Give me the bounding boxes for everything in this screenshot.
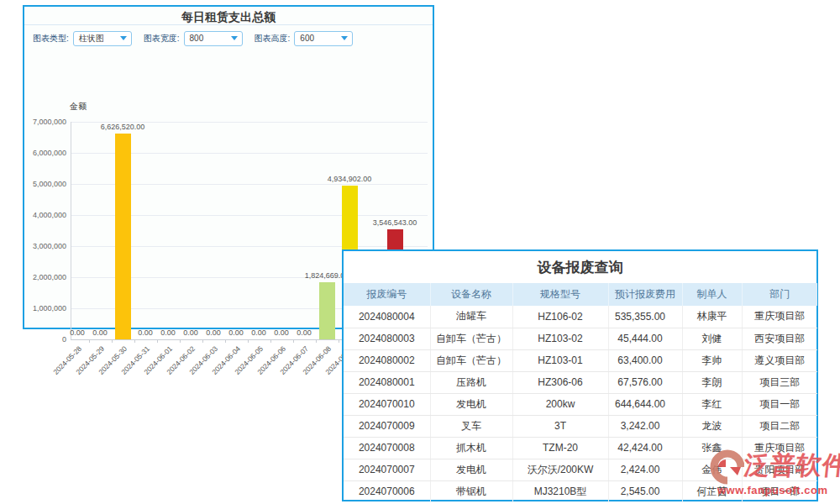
table-cell: 535,355.00	[608, 306, 682, 328]
table-cell: TZM-20	[512, 437, 608, 459]
table-row: 2024070010发电机200kw644,644.00李红项目一部	[344, 393, 817, 415]
table-cell: 沃尔沃/200KW	[512, 459, 608, 480]
chart-height-select[interactable]: 600	[294, 31, 353, 46]
table-cell-link[interactable]: 金伟	[682, 459, 742, 480]
bar-value-label: 0.00	[297, 328, 312, 337]
chevron-down-icon	[231, 36, 238, 40]
table-cell-link[interactable]: 李朗	[682, 371, 742, 393]
table-cell-link[interactable]: 发电机	[430, 393, 512, 415]
bar-value-label: 0.00	[92, 328, 108, 337]
table-cell: 67,576.00	[608, 371, 682, 393]
table-cell-link[interactable]: 油罐车	[430, 306, 512, 328]
table-cell: HZ106-02	[512, 306, 608, 328]
table-cell: 项目二部	[742, 415, 817, 437]
chart-height-label: 图表高度:	[255, 33, 291, 45]
table-row: 2024070006带锯机MJ3210B型2,545.00何芷茵项目一部	[344, 480, 817, 502]
x-tick-mark	[134, 339, 135, 343]
bar-value-label: 4,934,902.00	[328, 175, 372, 183]
column-header: 预计报废费用	[608, 283, 682, 306]
column-header: 部门	[742, 283, 817, 306]
bar-value-label: 0.00	[251, 328, 266, 337]
table-cell: 遵义项目部	[742, 349, 817, 371]
table-row: 2024070007发电机沃尔沃/200KW2,424.00金伟贵阳项目部	[344, 459, 817, 480]
table-cell-link[interactable]: 压路机	[430, 371, 512, 393]
chart-width-select[interactable]: 800	[184, 31, 243, 46]
bar-value-label: 0.00	[274, 328, 289, 337]
table-cell-link[interactable]: 2024080003	[344, 328, 430, 349]
table-cell: 贵阳项目部	[742, 459, 817, 480]
table-cell-link[interactable]: 李红	[682, 393, 742, 415]
table-cell-link[interactable]: 刘健	[682, 328, 742, 349]
bar-value-label: 0.00	[160, 328, 176, 337]
table-cell: 项目三部	[742, 371, 817, 393]
x-tick-mark	[180, 339, 181, 343]
column-header: 规格型号	[512, 283, 608, 306]
table-cell: 3,242.00	[608, 415, 682, 437]
table-cell-link[interactable]: 发电机	[430, 459, 512, 480]
table-cell-link[interactable]: 李帅	[682, 349, 742, 371]
table-row: 2024080003自卸车（芒古）HZ103-0245,444.00刘健西安项目…	[344, 328, 817, 349]
table-cell: 项目一部	[742, 480, 817, 502]
x-tick-mark	[316, 339, 317, 343]
bar-value-label: 0.00	[228, 328, 244, 337]
chevron-down-icon	[341, 36, 348, 40]
chevron-down-icon	[120, 36, 127, 40]
chart-height-group: 图表高度: 600	[255, 31, 354, 46]
y-axis-line	[71, 122, 71, 339]
table-cell: 2,424.00	[608, 459, 682, 480]
table-cell: MJ3210B型	[512, 480, 608, 502]
x-tick-mark	[293, 339, 294, 343]
table-cell: HZ103-01	[512, 349, 608, 371]
table-cell: 200kw	[512, 393, 608, 415]
chart-type-label: 图表类型:	[33, 33, 69, 45]
table-cell-link[interactable]: 2024070008	[344, 437, 430, 459]
x-tick-mark	[112, 339, 113, 343]
chart-type-select[interactable]: 柱状图	[73, 31, 132, 46]
table-cell-link[interactable]: 自卸车（芒古）	[430, 349, 512, 371]
chart-width-value: 800	[190, 34, 204, 43]
bar-value-label: 0.00	[70, 328, 85, 337]
x-tick-mark	[89, 339, 90, 343]
chart-type-group: 图表类型: 柱状图	[33, 31, 132, 46]
table-cell-link[interactable]: 2024080001	[344, 371, 430, 393]
chart-toolbar: 图表类型: 柱状图 图表宽度: 800 图表高度: 600	[24, 25, 433, 52]
table-cell-link[interactable]: 叉车	[430, 415, 512, 437]
table-cell: 3T	[512, 415, 608, 437]
table-cell: 2,545.00	[608, 480, 682, 502]
table-cell-link[interactable]: 龙波	[682, 415, 742, 437]
x-tick-mark	[339, 339, 339, 343]
table-cell-link[interactable]: 张鑫	[682, 437, 742, 459]
table-cell-link[interactable]: 自卸车（芒古）	[430, 328, 512, 349]
table-cell: 644,644.00	[608, 393, 682, 415]
table-cell: 重庆项目部	[742, 437, 817, 459]
table-cell-link[interactable]: 2024070009	[344, 415, 430, 437]
chart-type-value: 柱状图	[79, 34, 104, 43]
table-cell-link[interactable]: 抓木机	[430, 437, 512, 459]
bar-value-label: 0.00	[138, 328, 153, 337]
table-cell-link[interactable]: 何芷茵	[682, 480, 742, 502]
chart-width-group: 图表宽度: 800	[144, 31, 243, 46]
y-tick-label: 1,000,000	[24, 304, 66, 312]
table-cell: 重庆项目部	[742, 306, 817, 328]
y-tick-label: 7,000,000	[24, 118, 66, 126]
chart-panel-title: 每日租赁支出总额	[24, 7, 433, 25]
bar	[115, 134, 131, 339]
table-cell-link[interactable]: 2024080004	[344, 306, 430, 328]
y-tick-label: 5,000,000	[24, 180, 66, 188]
x-tick-mark	[157, 339, 158, 343]
column-header: 设备名称	[430, 283, 512, 306]
y-tick-label: 2,000,000	[24, 273, 66, 281]
equipment-scrap-query-panel: 设备报废查询 报废编号设备名称规格型号预计报废费用制单人部门2024080004…	[342, 249, 818, 501]
table-cell-link[interactable]: 2024080002	[344, 349, 430, 371]
table-cell-link[interactable]: 2024070007	[344, 459, 430, 480]
y-tick-label: 6,000,000	[24, 149, 66, 157]
table-cell-link[interactable]: 林康平	[682, 306, 742, 328]
table-row: 2024080001压路机HZ306-0667,576.00李朗项目三部	[344, 371, 817, 393]
table-cell-link[interactable]: 2024070010	[344, 393, 430, 415]
table-cell-link[interactable]: 2024070006	[344, 480, 430, 502]
table-panel-title: 设备报废查询	[344, 251, 816, 283]
y-tick-label: 4,000,000	[24, 211, 66, 219]
table-row: 2024070009叉车3T3,242.00龙波项目二部	[344, 415, 817, 437]
y-tick-label: 3,000,000	[24, 242, 66, 250]
table-cell-link[interactable]: 带锯机	[430, 480, 512, 502]
